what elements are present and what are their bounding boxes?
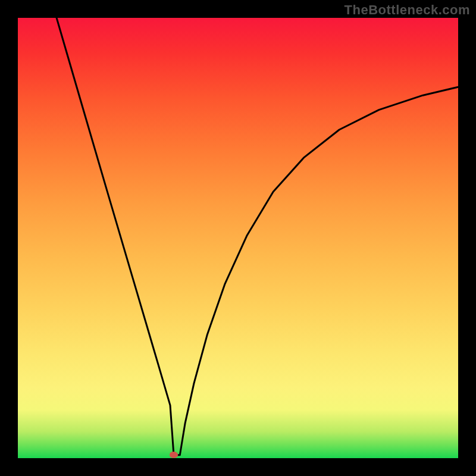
bottleneck-marker (170, 452, 178, 458)
watermark-label: TheBottleneck.com (345, 2, 470, 18)
chart-frame: TheBottleneck.com (0, 0, 476, 476)
plot-area (18, 18, 458, 458)
